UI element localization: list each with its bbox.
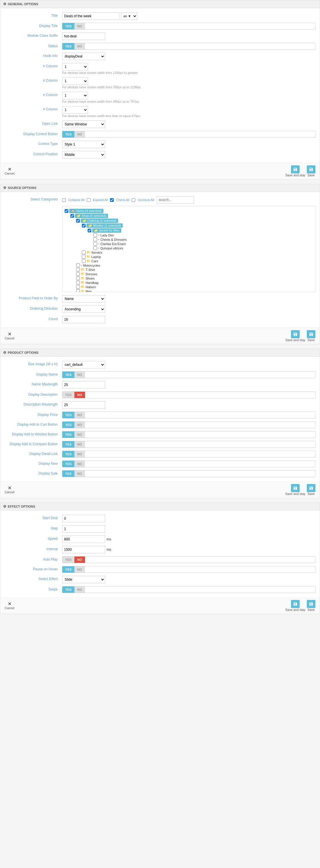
tshirt-checkbox[interactable] — [76, 268, 80, 272]
display-price-no-btn[interactable]: NO — [74, 412, 85, 418]
module-class-input[interactable] — [62, 32, 105, 40]
check-all-checkbox[interactable] — [110, 198, 114, 202]
size-image-select[interactable]: cart_default — [62, 361, 105, 368]
auto-play-no-btn[interactable]: NO — [74, 557, 85, 563]
display-control-no-btn[interactable]: NO — [74, 131, 85, 137]
display-sale-yes-btn[interactable]: YES — [62, 470, 74, 477]
effect-cancel-button[interactable]: ✕ Cancel — [5, 602, 14, 610]
cars-checkbox[interactable] — [82, 259, 85, 263]
pause-hover-yes-btn[interactable]: YES — [62, 566, 74, 572]
control-type-row: Control Type Style 1 — [0, 139, 320, 150]
display-sale-no-btn[interactable]: NO — [74, 470, 85, 477]
effect-save-stay-button[interactable]: Save and stay — [285, 600, 305, 612]
description-maxlength-control — [62, 401, 315, 409]
quisque-checkbox[interactable] — [93, 246, 97, 250]
motorcycles-checkbox[interactable] — [76, 264, 80, 267]
open-link-select[interactable]: Same Window — [62, 121, 105, 128]
display-compare-yes-btn[interactable]: YES — [62, 441, 74, 447]
collapse-all-link[interactable]: Collapse All — [68, 198, 84, 202]
language-select[interactable]: en ▼ — [121, 12, 137, 20]
swipe-no-btn[interactable]: NO — [74, 586, 85, 593]
display-title-no-btn[interactable]: NO — [74, 23, 85, 29]
display-detail-no-btn[interactable]: NO — [74, 451, 85, 457]
product-cancel-button[interactable]: ✕ Cancel — [5, 486, 14, 494]
control-position-select[interactable]: Middle — [62, 151, 105, 158]
interval-input[interactable] — [62, 546, 105, 553]
display-description-row: Display Description YES NO — [0, 390, 320, 400]
speed-input[interactable] — [62, 535, 105, 543]
source-save-stay-icon — [291, 330, 299, 338]
uncheck-all-link[interactable]: Uncheck All — [138, 198, 154, 202]
pause-hover-no-btn[interactable]: NO — [74, 566, 85, 572]
effect-save-button[interactable]: Save — [307, 600, 315, 612]
status-no-btn[interactable]: NO — [74, 43, 85, 50]
display-name-toggle: YES NO — [62, 371, 315, 378]
handbag-checkbox[interactable] — [76, 281, 80, 284]
name-maxlength-input[interactable] — [62, 381, 105, 389]
status-yes-btn[interactable]: YES — [62, 43, 74, 50]
monitor-checkbox[interactable] — [82, 224, 85, 227]
habern-checkbox[interactable] — [76, 285, 80, 289]
display-wishlist-yes-btn[interactable]: YES — [62, 431, 74, 438]
select-effect-select[interactable]: Slide — [62, 576, 105, 583]
step-input[interactable] — [62, 525, 105, 533]
product-save-stay-button[interactable]: Save and stay — [285, 484, 305, 496]
dresses-checkbox[interactable] — [76, 272, 80, 276]
swipe-yes-btn[interactable]: YES — [62, 586, 74, 593]
categories-search-input[interactable] — [156, 196, 194, 204]
count-input[interactable] — [62, 316, 105, 323]
display-title-yes-btn[interactable]: YES — [62, 23, 74, 29]
expand-all-link[interactable]: Expand All — [93, 198, 108, 202]
display-wishlist-no-btn[interactable]: NO — [74, 431, 85, 438]
clothing-checkbox[interactable] — [76, 219, 80, 223]
uncheck-checkbox[interactable] — [132, 198, 135, 202]
laptop-checkbox[interactable] — [82, 255, 85, 258]
display-add-cart-yes-btn[interactable]: YES — [62, 422, 74, 428]
col3-select[interactable]: 1 — [62, 92, 88, 99]
chests-checkbox[interactable] — [93, 238, 97, 241]
ordering-direction-select[interactable]: Ascending — [62, 305, 105, 313]
hook-select[interactable]: displayDeal — [62, 53, 105, 60]
general-save-button[interactable]: Save — [307, 165, 315, 177]
col2-select[interactable]: 1 — [62, 78, 88, 85]
general-cancel-button[interactable]: ✕ Cancel — [5, 167, 14, 175]
display-add-cart-no-btn[interactable]: NO — [74, 422, 85, 428]
title-input[interactable] — [62, 12, 119, 20]
display-detail-yes-btn[interactable]: YES — [62, 451, 74, 457]
display-name-yes-btn[interactable]: YES — [62, 372, 74, 378]
start-deal-input[interactable] — [62, 515, 105, 522]
source-save-stay-button[interactable]: Save and stay — [285, 330, 305, 342]
display-description-yes-btn[interactable]: YES — [62, 392, 74, 398]
shoes-checkbox[interactable] — [76, 276, 80, 280]
interval-control: ms — [62, 546, 315, 553]
home-checkbox[interactable] — [65, 209, 68, 213]
display-price-yes-btn[interactable]: YES — [62, 412, 74, 418]
col1-select[interactable]: 1 — [62, 63, 88, 70]
servers-checkbox[interactable] — [82, 250, 85, 254]
source-save-button[interactable]: Save — [307, 330, 315, 342]
collapse-checkbox[interactable] — [62, 198, 66, 202]
col4-select[interactable]: 1 — [62, 106, 88, 114]
control-type-control: Style 1 — [62, 141, 315, 148]
general-save-stay-button[interactable]: Save and stay — [285, 165, 305, 177]
product-save-button[interactable]: Save — [307, 484, 315, 496]
check-all-link[interactable]: Check All — [116, 198, 129, 202]
display-new-yes-btn[interactable]: YES — [62, 461, 74, 467]
effect-options-form: Start Deal Step Speed ms Interval — [0, 510, 320, 597]
lady-dior-checkbox[interactable] — [93, 233, 97, 237]
product-field-select[interactable]: Name — [62, 295, 105, 303]
expand-checkbox[interactable] — [87, 198, 91, 202]
display-name-no-btn[interactable]: NO — [74, 372, 85, 378]
control-type-select[interactable]: Style 1 — [62, 141, 105, 148]
claritas-checkbox[interactable] — [93, 242, 97, 246]
display-compare-no-btn[interactable]: NO — [74, 441, 85, 447]
shop-checkbox[interactable] — [70, 214, 74, 218]
description-maxlength-input[interactable] — [62, 401, 105, 409]
source-cancel-button[interactable]: ✕ Cancel — [5, 332, 14, 340]
auto-play-yes-btn[interactable]: YES — [62, 557, 74, 563]
jacket-checkbox[interactable] — [87, 229, 91, 232]
men-checkbox[interactable] — [76, 289, 80, 292]
display-control-yes-btn[interactable]: YES — [62, 131, 74, 137]
display-new-no-btn[interactable]: NO — [74, 461, 85, 467]
display-description-no-btn[interactable]: NO — [74, 392, 85, 398]
